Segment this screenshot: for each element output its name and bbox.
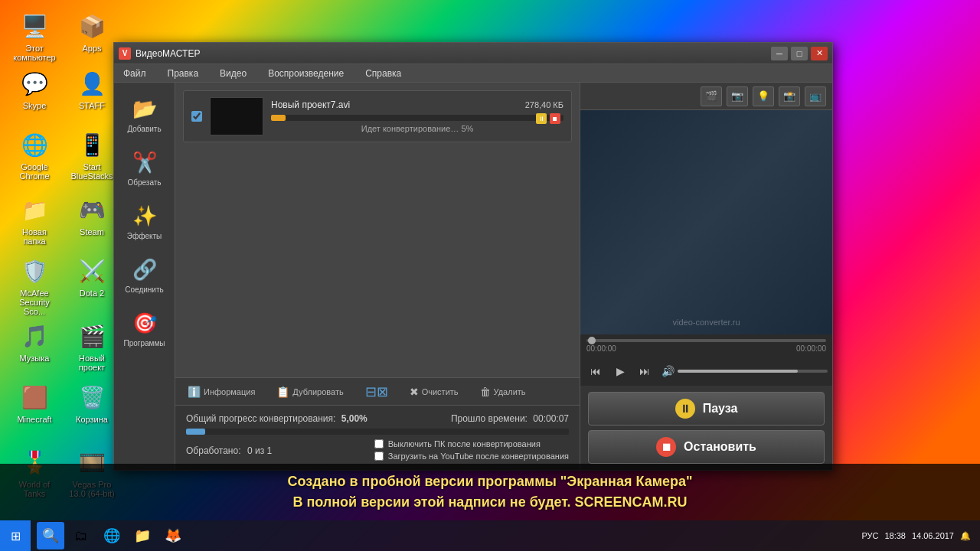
volume-slider[interactable] <box>678 370 828 373</box>
app-icon: V <box>119 47 131 60</box>
close-button[interactable]: ✕ <box>811 47 828 60</box>
duplicate-icon: 📋 <box>276 386 289 398</box>
desktop-icon-apps[interactable]: 📦 Apps <box>65 8 119 56</box>
window-controls: ─ □ ✕ <box>771 47 828 60</box>
preview-tool-4[interactable]: 📸 <box>779 86 800 106</box>
play-pause-button[interactable]: ▶ <box>609 360 631 382</box>
skype-label: Skype <box>23 101 47 110</box>
desktop-icon-computer[interactable]: 🖥️ Этот компьютер <box>8 8 61 65</box>
desktop-icon-minecraft[interactable]: 🟫 Minecraft <box>8 379 61 427</box>
taskbar-chrome[interactable]: 🌐 <box>98 522 126 549</box>
preview-scrubber[interactable]: 00:00:00 00:00:00 <box>580 334 832 357</box>
desktop-icon-steam[interactable]: 🎮 Steam <box>65 191 119 240</box>
duplicate-button[interactable]: 📋 Дублировать <box>272 383 348 400</box>
start-button[interactable]: ⊞ <box>0 520 31 551</box>
desktop-icon-dota2[interactable]: ⚔️ Dota 2 <box>65 253 119 301</box>
fast-forward-button[interactable]: ⏭ <box>634 360 655 382</box>
mcafee-icon: 🛡️ <box>19 256 50 286</box>
desktop: 🖥️ Этот компьютер 📦 Apps 💬 Skype 👤 STAFF… <box>0 0 980 551</box>
delete-button[interactable]: 🗑 Удалить <box>475 383 531 400</box>
pause-small-button[interactable]: ⏸ <box>536 113 547 124</box>
taskbar: ⊞ 🔍 🗂 🌐 📁 🦊 РУС 18:38 14.06.2017 🔔 <box>0 520 980 551</box>
scrubber-handle[interactable] <box>588 337 596 344</box>
shutdown-checkbox[interactable] <box>374 439 384 448</box>
bluestacks-icon: 📱 <box>77 129 107 160</box>
music-icon: 🎵 <box>19 321 50 351</box>
title-bar: V ВидеоМАСТЕР ─ □ ✕ <box>114 43 832 64</box>
dota2-icon: ⚔️ <box>77 256 107 286</box>
checkboxes: Выключить ПК после конвертирования Загру… <box>374 439 569 461</box>
taskbar-task-view[interactable]: 🗂 <box>67 522 95 549</box>
file-progress-fill <box>271 115 286 121</box>
effects-icon: ✨ <box>131 202 158 230</box>
preview-tool-3[interactable]: 💡 <box>753 86 774 106</box>
file-thumbnail <box>210 97 263 135</box>
preview-tool-2[interactable]: 📷 <box>727 86 748 106</box>
apps-icon: 📦 <box>77 11 107 41</box>
add-label: Добавить <box>127 125 161 133</box>
recycle-icon: 🗑️ <box>77 382 107 412</box>
menu-help[interactable]: Справка <box>361 67 406 80</box>
video-preview: ▶ video-converter.ru <box>580 110 832 334</box>
view-toggle-button[interactable]: ⊟⊠ <box>361 381 393 403</box>
pause-label: Пауза <box>703 402 738 416</box>
rewind-button[interactable]: ⏮ <box>585 360 606 382</box>
right-panel: 🎬 📷 💡 📸 📺 ▶ video-converter.ru <box>580 83 832 470</box>
sidebar-add-button[interactable]: 📂 Добавить <box>118 90 172 138</box>
chrome-label: Google Chrome <box>11 162 58 181</box>
taskbar-tray: РУС 18:38 14.06.2017 🔔 <box>852 531 980 541</box>
newfolder-label: Новая папка <box>11 227 58 246</box>
taskbar-files[interactable]: 📁 <box>129 522 156 549</box>
pause-convert-button[interactable]: ⏸ Пауза <box>588 392 825 425</box>
desktop-icon-music[interactable]: 🎵 Музыка <box>8 318 61 366</box>
clear-button[interactable]: ✖ Очистить <box>405 383 463 400</box>
menu-video[interactable]: Видео <box>215 67 251 80</box>
minimize-button[interactable]: ─ <box>771 47 788 60</box>
youtube-label: Загрузить на YouTube после конвертирован… <box>388 452 569 461</box>
overall-progress-label: Общий прогресс конвертирования: 5,00% <box>186 413 368 424</box>
taskbar-search[interactable]: 🔍 <box>37 522 64 549</box>
sidebar-merge-button[interactable]: 🔗 Соединить <box>118 251 172 298</box>
merge-label: Соединить <box>125 285 163 294</box>
menu-file[interactable]: Файл <box>119 67 151 80</box>
maximize-button[interactable]: □ <box>791 47 808 60</box>
taskbar-icons: 🔍 🗂 🌐 📁 🦊 <box>31 522 193 549</box>
volume-fill <box>678 370 798 373</box>
desktop-icon-bluestacks[interactable]: 📱 Start BlueStacks <box>65 126 119 184</box>
desktop-icon-newfolder[interactable]: 📁 Новая папка <box>8 191 61 249</box>
preview-tool-1[interactable]: 🎬 <box>701 86 722 106</box>
tray-time: 18:38 <box>884 531 906 540</box>
file-checkbox[interactable] <box>191 111 202 122</box>
preview-tool-5[interactable]: 📺 <box>805 86 826 106</box>
taskbar-browser[interactable]: 🦊 <box>159 522 187 549</box>
desktop-icon-recycle[interactable]: 🗑️ Корзина <box>65 379 119 427</box>
menu-edit[interactable]: Правка <box>163 67 204 80</box>
preview-watermark: video-converter.ru <box>672 318 740 327</box>
file-toolbar: ℹ️ Информация 📋 Дублировать ⊟⊠ ✖ Очистит… <box>175 377 580 405</box>
tray-notification[interactable]: 🔔 <box>960 531 971 541</box>
file-name: Новый проект7.avi <box>271 99 350 110</box>
programs-icon: 🎯 <box>131 309 158 337</box>
sidebar-programs-button[interactable]: 🎯 Программы <box>118 305 172 352</box>
desktop-icon-newproject[interactable]: 🎬 Новый проект <box>65 318 119 375</box>
desktop-icon-chrome[interactable]: 🌐 Google Chrome <box>8 126 61 184</box>
scrubber-track[interactable] <box>586 339 826 342</box>
menu-playback[interactable]: Воспроизведение <box>263 67 348 80</box>
sidebar-effects-button[interactable]: ✨ Эффекты <box>118 197 172 245</box>
preview-toolbar: 🎬 📷 💡 📸 📺 <box>580 83 832 110</box>
stop-convert-button[interactable]: ⏹ Остановить <box>588 430 825 464</box>
sidebar-cut-button[interactable]: ✂️ Обрезать <box>118 144 172 191</box>
watermark-line1: Создано в пробной версии программы "Экра… <box>15 471 965 492</box>
file-info: Новый проект7.avi 278,40 КБ ⏸ ⏹ Идет к <box>271 99 564 133</box>
shutdown-label: Выключить ПК после конвертирования <box>388 439 541 448</box>
stop-small-button[interactable]: ⏹ <box>550 113 560 124</box>
desktop-icon-staff[interactable]: 👤 STAFF <box>65 65 119 113</box>
newproject-label: Новый проект <box>68 354 116 372</box>
desktop-icon-mcafee[interactable]: 🛡️ McAfee Security Sco... <box>8 253 61 319</box>
info-button[interactable]: ℹ️ Информация <box>183 383 260 400</box>
overall-fill <box>186 429 205 435</box>
cut-label: Обрезать <box>127 178 161 187</box>
desktop-icon-skype[interactable]: 💬 Skype <box>8 65 61 113</box>
youtube-checkbox[interactable] <box>374 452 384 461</box>
staff-icon: 👤 <box>77 68 107 99</box>
